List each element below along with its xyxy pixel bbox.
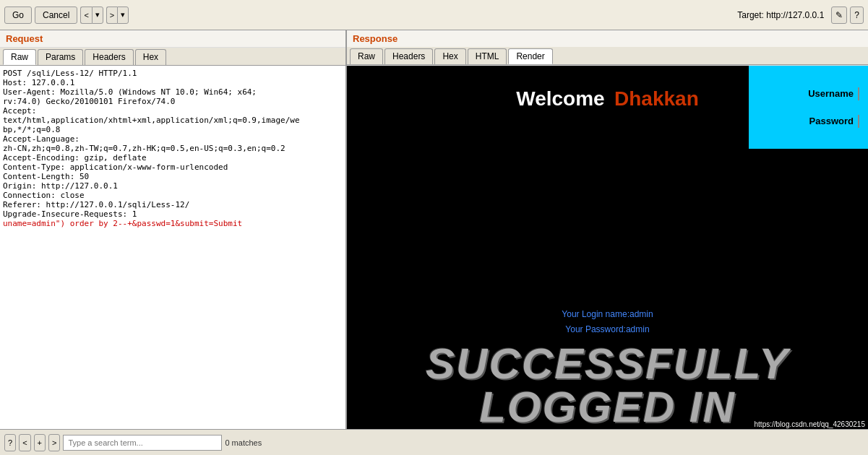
edit-target-button[interactable]: ✎ xyxy=(831,6,847,24)
request-tabs: Raw Params Headers Hex xyxy=(0,48,345,66)
password-input-display xyxy=(858,115,859,128)
login-info: Your Login name:admin Your Password:admi… xyxy=(347,307,868,337)
username-label: Username xyxy=(808,88,854,99)
success-text: SUCCESSFULLY LOGGED IN xyxy=(347,342,868,429)
toolbar-left: Go Cancel < ▾ > ▾ xyxy=(4,6,737,24)
username-row: Username xyxy=(757,87,859,100)
back-button[interactable]: < xyxy=(80,6,91,24)
toolbar-right: Target: http://127.0.0.1 ✎ ? xyxy=(737,6,864,24)
go-button[interactable]: Go xyxy=(4,6,32,24)
login-panel: Username Password xyxy=(749,66,868,149)
matches-text: 0 matches xyxy=(225,438,262,447)
tab-params[interactable]: Params xyxy=(38,49,83,65)
username-input-display xyxy=(858,87,859,100)
info-button[interactable]: ? xyxy=(850,6,864,24)
target-label: Target: http://127.0.0.1 xyxy=(737,10,824,20)
tab-hex-response[interactable]: Hex xyxy=(434,48,465,64)
response-header: Response Raw Headers Hex HTML Render xyxy=(347,30,868,66)
url-bar: https://blog.csdn.net/qq_42630215 xyxy=(752,420,868,429)
tab-raw-request[interactable]: Raw xyxy=(3,49,36,65)
bottom-forward-button[interactable]: > xyxy=(48,434,60,451)
tab-render[interactable]: Render xyxy=(508,48,552,64)
password-label: Password xyxy=(809,116,854,126)
login-name-line: Your Login name:admin xyxy=(347,307,868,321)
search-input[interactable] xyxy=(63,435,222,451)
back-dropdown-button[interactable]: ▾ xyxy=(92,6,103,24)
toolbar: Go Cancel < ▾ > ▾ Target: http://127.0.0… xyxy=(0,0,868,30)
main-container: Request Raw Params Headers Hex POST /sql… xyxy=(0,30,868,429)
request-title: Request xyxy=(0,30,345,48)
response-content: Welcome Dhakkan Username Password Your L… xyxy=(347,66,868,429)
cancel-button[interactable]: Cancel xyxy=(35,6,77,24)
request-panel: Request Raw Params Headers Hex POST /sql… xyxy=(0,30,347,429)
response-title: Response xyxy=(347,30,868,47)
tab-headers-response[interactable]: Headers xyxy=(384,48,433,64)
tab-raw-response[interactable]: Raw xyxy=(350,48,383,64)
password-row: Password xyxy=(757,115,859,128)
dhakkan-text: Dhakkan xyxy=(614,87,699,110)
help-button[interactable]: ? xyxy=(4,434,16,451)
forward-button[interactable]: > xyxy=(106,6,117,24)
success-section: Your Login name:admin Your Password:admi… xyxy=(347,300,868,429)
password-line: Your Password:admin xyxy=(347,322,868,337)
bottom-back-button[interactable]: < xyxy=(19,434,30,451)
forward-dropdown-button[interactable]: ▾ xyxy=(117,6,129,24)
tab-headers[interactable]: Headers xyxy=(85,49,133,65)
welcome-text: Welcome xyxy=(516,87,604,110)
tab-hex-request[interactable]: Hex xyxy=(135,49,166,65)
response-panel: Response Raw Headers Hex HTML Render Wel… xyxy=(347,30,868,429)
forward-nav-group: > ▾ xyxy=(106,6,129,24)
bottom-bar: ? < + > 0 matches xyxy=(0,429,868,455)
add-button[interactable]: + xyxy=(34,434,46,451)
request-content[interactable]: POST /sqli/Less-12/ HTTP/1.1Host: 127.0.… xyxy=(0,66,345,429)
back-nav-group: < ▾ xyxy=(80,6,103,24)
tab-html[interactable]: HTML xyxy=(468,48,507,64)
response-tabs: Raw Headers Hex HTML Render xyxy=(347,47,868,65)
